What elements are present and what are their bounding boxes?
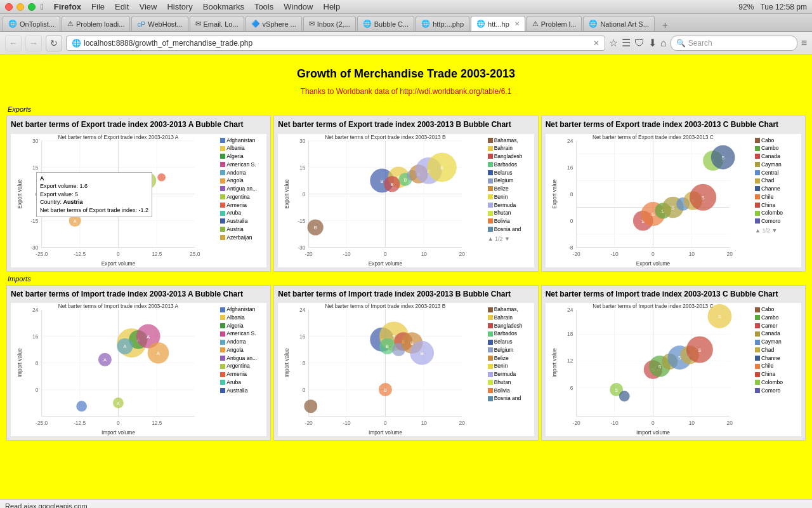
tab-bubble[interactable]: 🌐 Bubble C... bbox=[357, 16, 414, 31]
tab-cpanel[interactable]: cP WebHost... bbox=[131, 16, 188, 31]
svg-text:Import volume: Import volume bbox=[636, 429, 670, 436]
close-button[interactable] bbox=[5, 3, 13, 11]
svg-text:10: 10 bbox=[688, 251, 695, 257]
tab-http1[interactable]: 🌐 http:...php bbox=[416, 16, 469, 31]
export-chart-c: Net barter terms of Export trade index 2… bbox=[541, 116, 806, 272]
menu-bar:  Firefox File Edit View History Bookmar… bbox=[41, 2, 340, 11]
svg-text:10: 10 bbox=[421, 251, 428, 257]
svg-text:0: 0 bbox=[384, 420, 387, 426]
svg-text:S: S bbox=[658, 364, 661, 370]
svg-text:20: 20 bbox=[726, 251, 733, 257]
tab-close-button[interactable]: ✕ bbox=[514, 20, 520, 27]
svg-text:16: 16 bbox=[299, 333, 306, 340]
svg-text:B: B bbox=[384, 387, 387, 393]
svg-text:Net barter terms of Import tra: Net barter terms of Import trade index 2… bbox=[58, 304, 179, 310]
tab-inbox[interactable]: ✉ Inbox (2,... bbox=[303, 16, 356, 31]
history-menu[interactable]: History bbox=[167, 2, 192, 11]
overflow-menu-icon[interactable]: ≡ bbox=[801, 37, 807, 49]
svg-text:Net barter terms of Export tra: Net barter terms of Export trade index 2… bbox=[58, 134, 178, 140]
svg-text:S: S bbox=[718, 314, 721, 319]
download-icon[interactable]: ⬇ bbox=[648, 37, 657, 49]
tab-label: htt...hp bbox=[488, 20, 509, 28]
tab-email[interactable]: ✉ Email. Lo... bbox=[190, 16, 244, 31]
svg-text:-10: -10 bbox=[610, 251, 618, 257]
svg-text:S: S bbox=[698, 347, 701, 353]
clock: Tue 12:58 pm bbox=[760, 3, 807, 11]
window-menu[interactable]: Window bbox=[284, 2, 313, 11]
firefox-menu[interactable]: Firefox bbox=[54, 2, 81, 11]
svg-text:S: S bbox=[671, 204, 674, 210]
svg-text:S: S bbox=[615, 387, 618, 393]
tab-vsphere[interactable]: 🔷 vSphere ... bbox=[246, 16, 302, 31]
svg-text:0: 0 bbox=[303, 387, 306, 393]
search-bar[interactable]: 🔍 Search bbox=[671, 36, 797, 51]
traffic-lights[interactable] bbox=[5, 3, 36, 11]
import-chart-c-area: 24 18 12 6 -20 -10 0 10 20 Import volume… bbox=[546, 303, 801, 436]
search-input[interactable]: Search bbox=[688, 39, 712, 48]
svg-text:A: A bbox=[74, 218, 77, 224]
forward-button[interactable]: → bbox=[25, 35, 42, 51]
svg-point-31 bbox=[120, 178, 131, 189]
svg-text:10: 10 bbox=[688, 420, 695, 426]
svg-text:-12.5: -12.5 bbox=[74, 420, 86, 426]
url-bar[interactable]: 🌐 localhost:8888/growth_of_merchandise_t… bbox=[66, 36, 605, 51]
export-chart-b-title: Net barter terms of Export trade index 2… bbox=[278, 120, 534, 130]
svg-text:20: 20 bbox=[459, 251, 466, 257]
tab-label: WebHost... bbox=[148, 20, 182, 28]
svg-text:A: A bbox=[157, 351, 160, 356]
svg-text:-25.0: -25.0 bbox=[36, 251, 48, 257]
reader-icon[interactable]: ☰ bbox=[622, 37, 631, 49]
tab-current[interactable]: 🌐 htt...hp ✕ bbox=[471, 16, 525, 31]
titlebar:  Firefox File Edit View History Bookmar… bbox=[0, 0, 812, 14]
fullscreen-button[interactable] bbox=[28, 3, 36, 11]
svg-text:24: 24 bbox=[32, 307, 39, 313]
export-chart-a: Net barter terms of Export trade index 2… bbox=[6, 116, 271, 272]
svg-text:-8: -8 bbox=[568, 244, 573, 250]
battery-indicator: 92% bbox=[738, 3, 754, 11]
tab-label: http:...php bbox=[433, 20, 464, 28]
svg-text:18: 18 bbox=[567, 331, 573, 338]
tab-national[interactable]: 🌐 National Art S... bbox=[583, 16, 654, 31]
tab-problem1[interactable]: ⚠ Problem loadi... bbox=[62, 16, 130, 31]
back-button[interactable]: ← bbox=[5, 35, 22, 51]
tab-favicon: 🌐 bbox=[421, 20, 430, 28]
svg-text:Export volume: Export volume bbox=[369, 260, 403, 266]
export-chart-c-area: 24 16 8 0 -8 -20 -10 0 10 20 Export volu… bbox=[546, 134, 801, 267]
tab-favicon: 🌐 bbox=[476, 20, 485, 28]
page-title: Growth of Merchandise Trade 2003-2013 bbox=[6, 61, 806, 84]
import-chart-a: Net barter terms of Import trade index 2… bbox=[6, 285, 271, 441]
import-chart-a-area: 24 16 8 0 -25.0 -12.5 0 12.5 Import volu… bbox=[11, 303, 266, 436]
tab-problem2[interactable]: ⚠ Problem l... bbox=[527, 16, 582, 31]
import-chart-c: Net barter terms of Import trade index 2… bbox=[541, 285, 806, 441]
svg-text:-30: -30 bbox=[298, 244, 306, 250]
home-icon[interactable]: ⌂ bbox=[660, 37, 667, 49]
refresh-button[interactable]: ↻ bbox=[46, 35, 62, 51]
tab-label: Email. Lo... bbox=[204, 20, 239, 28]
svg-text:20: 20 bbox=[726, 420, 733, 426]
svg-text:20: 20 bbox=[459, 420, 466, 426]
bookmark-star-icon[interactable]: ☆ bbox=[609, 37, 618, 49]
page-content: Growth of Merchandise Trade 2003-2013 Th… bbox=[0, 55, 812, 499]
svg-text:B: B bbox=[386, 344, 389, 350]
tab-label: Problem loadi... bbox=[76, 20, 124, 28]
svg-text:-12.5: -12.5 bbox=[74, 251, 86, 257]
minimize-button[interactable] bbox=[16, 3, 24, 11]
tab-ontoplist[interactable]: 🌐 OnToplist... bbox=[3, 16, 60, 31]
export-chart-a-area: 30 15 0 -15 -30 -25.0 -12.5 0 12.5 25.0 bbox=[11, 134, 266, 267]
tab-favicon: 🌐 bbox=[589, 20, 598, 28]
apple-menu[interactable]:  bbox=[41, 2, 44, 11]
svg-text:12: 12 bbox=[567, 358, 573, 364]
shield-icon[interactable]: 🛡 bbox=[634, 37, 645, 49]
tools-menu[interactable]: Tools bbox=[254, 2, 273, 11]
url-clear-button[interactable]: ✕ bbox=[593, 39, 599, 48]
svg-text:15: 15 bbox=[299, 164, 306, 170]
view-menu[interactable]: View bbox=[139, 2, 157, 11]
help-menu[interactable]: Help bbox=[324, 2, 341, 11]
svg-text:Export value: Export value bbox=[16, 178, 23, 208]
export-chart-c-legend: Cabo Cambo Canada Cayman Central Chad Ch… bbox=[754, 134, 801, 267]
tab-label: vSphere ... bbox=[263, 20, 296, 28]
edit-menu[interactable]: Edit bbox=[115, 2, 129, 11]
new-tab-button[interactable]: + bbox=[658, 20, 672, 31]
bookmarks-menu[interactable]: Bookmarks bbox=[203, 2, 244, 11]
file-menu[interactable]: File bbox=[91, 2, 105, 11]
